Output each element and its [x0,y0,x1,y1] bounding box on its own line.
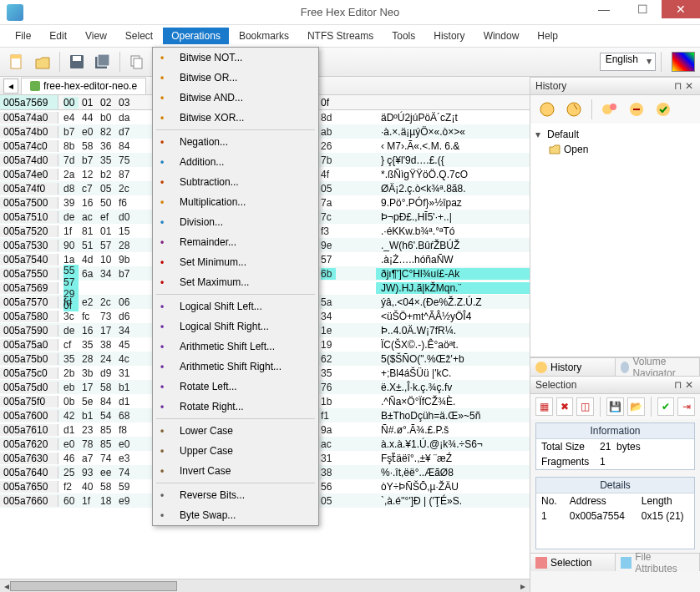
op-icon: • [156,69,173,86]
menu-view[interactable]: View [77,28,115,44]
title-bar: Free Hex Editor Neo — ☐ ✕ [0,0,700,25]
history-title: History [535,80,672,92]
op-multiplication[interactable]: •Multiplication... [153,192,318,212]
history-branch-button[interactable] [598,98,621,121]
op-negation[interactable]: •Negation... [153,132,318,152]
menu-help[interactable]: Help [529,28,566,44]
select-invert-button[interactable]: ◫ [576,397,594,416]
op-division[interactable]: •Division... [153,212,318,232]
history-undo-button[interactable] [535,98,559,121]
details-row[interactable]: 10x005a75540x15 (21) [536,509,694,524]
op-subtraction[interactable]: •Subtraction... [153,172,318,192]
save-button[interactable] [65,50,89,73]
scroll-thumb[interactable] [10,581,177,591]
menu-tools[interactable]: Tools [383,28,424,44]
new-button[interactable] [5,50,28,73]
svg-text:•: • [160,276,164,288]
op-bitwise-and[interactable]: •Bitwise AND... [153,88,318,108]
op-set-maximum[interactable]: •Set Maximum... [153,272,318,292]
language-select[interactable]: English [600,53,656,71]
op-addition[interactable]: •Addition... [153,152,318,172]
clock-icon [535,362,547,373]
svg-text:•: • [160,425,164,437]
op-icon: • [156,254,173,271]
op-bitwise-or[interactable]: •Bitwise OR... [153,68,318,88]
tree-root-label: Default [547,129,579,140]
op-bitwise-xor[interactable]: •Bitwise XOR... [153,108,318,128]
menu-edit[interactable]: Edit [41,28,75,44]
menu-history[interactable]: History [425,28,473,44]
toolbar: English [0,47,700,77]
menu-ntfs-streams[interactable]: NTFS Streams [299,28,382,44]
op-arithmetic-shift-left[interactable]: •Arithmetic Shift Left... [153,336,318,357]
selection-tabs: Selection File Attributes [530,553,700,571]
scroll-right-button[interactable]: ▸ [516,579,530,592]
export-button[interactable]: ⇥ [677,397,695,416]
history-clear-button[interactable] [625,98,648,121]
op-bitwise-not[interactable]: •Bitwise NOT... [153,48,318,68]
tab-file-attributes[interactable]: File Attributes [616,554,701,571]
op-invert-case[interactable]: •Invert Case [153,461,318,481]
tab-filename: free-hex-editor-neo.e [43,80,137,92]
folder-open-icon [549,144,561,155]
tree-child-label: Open [564,144,588,155]
tab-volume-navigator[interactable]: Volume Navigator [616,358,701,376]
tab-prev-button[interactable]: ◂ [3,78,18,94]
select-all-button[interactable]: ▦ [535,397,553,416]
svg-rect-43 [633,109,640,110]
op-reverse-bits[interactable]: •Reverse Bits... [153,485,318,505]
op-rotate-left[interactable]: •Rotate Left... [153,377,318,397]
copy-button[interactable] [125,50,149,73]
op-icon: • [156,338,173,355]
disk-icon [621,362,630,373]
op-logical-shift-right[interactable]: •Logical Shift Right... [153,316,318,336]
menu-file[interactable]: File [7,28,39,44]
svg-text:•: • [160,52,164,63]
tab-selection[interactable]: Selection [530,554,616,571]
color-scheme-button[interactable] [672,52,695,72]
check-button[interactable]: ✔ [657,397,675,416]
history-tabs: History Volume Navigator [530,357,700,376]
history-redo-button[interactable] [562,98,586,121]
op-remainder[interactable]: •Remainder... [153,232,318,252]
document-tab[interactable]: free-hex-editor-neo.e [21,78,146,94]
minimize-button[interactable]: — [585,0,623,18]
maximize-button[interactable]: ☐ [623,0,662,18]
op-logical-shift-left[interactable]: •Logical Shift Left... [153,296,318,316]
pin-icon[interactable]: ⊓ [672,80,683,92]
tab-history[interactable]: History [530,358,616,376]
svg-text:•: • [160,381,164,392]
op-byte-swap[interactable]: •Byte Swap... [153,505,318,525]
select-none-button[interactable]: ✖ [556,397,574,416]
history-tree[interactable]: ▾ Default Open [530,124,700,357]
op-set-minimum[interactable]: •Set Minimum... [153,252,318,272]
pin-icon[interactable]: ⊓ [672,379,683,391]
op-icon: • [156,234,173,250]
op-icon: • [156,398,173,415]
op-lower-case[interactable]: •Lower Case [153,421,318,441]
close-panel-icon[interactable]: ✕ [683,379,695,391]
close-panel-icon[interactable]: ✕ [683,80,695,92]
tree-child[interactable]: Open [534,142,697,157]
svg-text:•: • [160,465,164,477]
collapse-icon[interactable]: ▾ [535,129,544,140]
save-all-button[interactable] [91,50,114,73]
open-button[interactable] [31,50,54,73]
load-selection-button[interactable]: 📂 [627,397,645,416]
tree-root[interactable]: ▾ Default [534,127,697,142]
svg-text:•: • [160,256,164,268]
menu-select[interactable]: Select [117,28,161,44]
menu-bookmarks[interactable]: Bookmarks [231,28,297,44]
horizontal-scrollbar[interactable]: ◂ ▸ [0,579,530,592]
menu-operations[interactable]: Operations [163,28,229,44]
op-rotate-right[interactable]: •Rotate Right... [153,397,318,417]
svg-text:•: • [160,156,164,168]
op-upper-case[interactable]: •Upper Case [153,441,318,461]
op-arithmetic-shift-right[interactable]: •Arithmetic Shift Right... [153,357,318,377]
menu-window[interactable]: Window [475,28,528,44]
save-selection-button[interactable]: 💾 [606,397,624,416]
close-button[interactable]: ✕ [662,0,700,18]
history-save-button[interactable] [652,98,675,121]
svg-rect-1 [11,55,21,58]
svg-text:•: • [160,216,164,228]
